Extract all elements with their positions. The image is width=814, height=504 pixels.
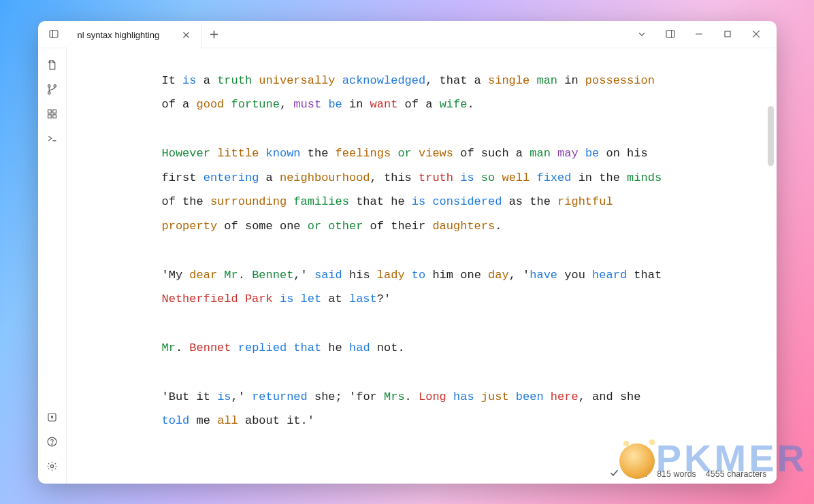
token: that	[627, 269, 668, 282]
token: .	[238, 269, 252, 282]
token: in the	[571, 171, 627, 184]
left-rail	[38, 48, 67, 484]
token	[210, 147, 217, 160]
token: Mrs	[384, 390, 405, 403]
token: , that a	[425, 74, 488, 87]
token: well	[502, 171, 530, 184]
token: has	[453, 390, 474, 403]
titlebar-right	[628, 22, 772, 46]
new-tab-button[interactable]	[202, 22, 225, 46]
token	[293, 292, 300, 305]
help-icon[interactable]	[42, 432, 62, 452]
token: universally	[259, 74, 335, 87]
token	[238, 292, 245, 305]
token	[321, 220, 328, 233]
token: single	[488, 74, 530, 87]
bookmark-icon[interactable]	[42, 407, 62, 428]
branch-icon[interactable]	[42, 80, 62, 100]
status-words[interactable]: 815 words	[657, 469, 696, 479]
token	[412, 147, 419, 160]
window-maximize-button[interactable]	[714, 22, 741, 46]
token: he	[321, 341, 349, 354]
token: told	[162, 414, 190, 427]
token	[613, 195, 620, 208]
token: considered	[432, 195, 502, 208]
token: acknowledged	[342, 74, 425, 87]
token	[252, 74, 259, 87]
token: Park	[245, 292, 273, 305]
token: be	[585, 147, 599, 160]
token: lady	[377, 269, 405, 282]
token: replied	[238, 341, 287, 354]
token: she; 'for	[308, 390, 384, 403]
token: man	[530, 147, 551, 160]
scrollbar-thumb[interactable]	[768, 106, 774, 166]
token: that	[293, 341, 321, 354]
svg-rect-19	[48, 115, 51, 118]
token: as the	[502, 195, 557, 208]
toggle-sidebar-button[interactable]	[42, 22, 65, 46]
settings-icon[interactable]	[42, 456, 62, 477]
tab-strip: nl syntax highlighting	[67, 21, 627, 48]
editor-content[interactable]: It is a truth universally acknowledged, …	[67, 48, 777, 484]
titlebar: nl syntax highlighting	[38, 21, 777, 48]
tab-close-button[interactable]	[180, 29, 192, 41]
tab-active[interactable]: nl syntax highlighting	[67, 22, 203, 48]
token: is	[217, 390, 231, 403]
token	[217, 269, 224, 282]
token: may	[557, 147, 579, 160]
token	[273, 292, 280, 305]
token: good	[197, 98, 225, 111]
token	[474, 390, 481, 403]
svg-point-26	[50, 465, 53, 467]
token	[530, 74, 536, 87]
token: families	[293, 195, 349, 208]
token	[287, 195, 293, 208]
grid-icon[interactable]	[42, 104, 62, 124]
token: him one	[425, 269, 488, 282]
svg-rect-20	[52, 115, 56, 118]
token: Bennet	[252, 269, 293, 282]
token: me	[189, 414, 217, 427]
window-minimize-button[interactable]	[685, 22, 713, 46]
paragraph: Mr. Bennet replied that he had not.	[162, 336, 666, 360]
paragraph: 'My dear Mr. Bennet,' said his lady to h…	[162, 263, 666, 312]
token	[259, 147, 265, 160]
token: property	[162, 220, 218, 233]
token	[579, 147, 585, 160]
token: of such a	[453, 147, 530, 160]
token: ,'	[231, 390, 253, 403]
token: the	[301, 147, 336, 160]
token: views	[419, 147, 453, 160]
token: last	[349, 292, 377, 305]
token: is	[412, 195, 425, 208]
paragraph: 'But it is,' returned she; 'for Mrs. Lon…	[162, 385, 666, 433]
token: wife	[440, 98, 468, 111]
file-icon[interactable]	[42, 55, 62, 75]
token	[321, 98, 328, 111]
token: to	[412, 269, 425, 282]
token	[453, 171, 460, 184]
token: little	[217, 147, 259, 160]
token: entering	[204, 171, 259, 184]
token: in	[557, 74, 585, 87]
token: day	[488, 269, 509, 282]
window-close-button[interactable]	[743, 22, 770, 46]
check-icon	[609, 468, 619, 480]
toggle-right-panel-button[interactable]	[657, 22, 684, 46]
token: of a	[397, 98, 439, 111]
token: must	[293, 98, 321, 111]
status-chars[interactable]: 4555 characters	[706, 469, 767, 479]
token: or	[308, 220, 321, 233]
status-branch[interactable]: main	[629, 469, 647, 479]
token: of their	[363, 220, 432, 233]
token: ,	[280, 98, 293, 111]
token: 'My	[162, 269, 190, 282]
dropdown-button[interactable]	[628, 22, 655, 46]
terminal-icon[interactable]	[42, 129, 62, 149]
token: dear	[189, 269, 217, 282]
token: .	[495, 220, 502, 233]
svg-point-23	[51, 416, 52, 418]
token: his	[342, 269, 377, 282]
app-body: It is a truth universally acknowledged, …	[38, 48, 777, 484]
